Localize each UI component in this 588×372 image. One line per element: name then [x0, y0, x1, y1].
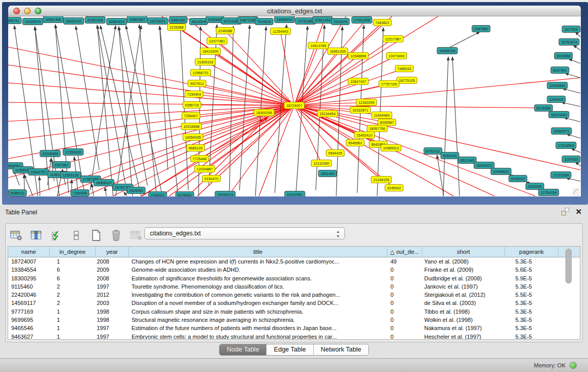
table-cell[interactable]: 5.3E-5 [505, 333, 558, 340]
graph-node[interactable]: 7154404 [185, 91, 203, 98]
graph-node[interactable]: 9055013 [8, 190, 26, 196]
table-cell[interactable]: 9463627 [8, 333, 50, 340]
table-cell[interactable]: 2 [50, 291, 96, 299]
graph-node[interactable]: 16996910 [274, 16, 295, 23]
graph-node[interactable]: 9329968 [554, 53, 572, 59]
graph-node[interactable]: 16210643 [549, 112, 569, 118]
table-cell[interactable]: 5.3E-5 [505, 316, 558, 324]
memory-status-indicator[interactable] [570, 362, 577, 369]
table-cell[interactable]: 0 [387, 316, 422, 324]
table-cell[interactable]: 18724007 [8, 257, 50, 266]
graph-node[interactable]: 17016504 [556, 142, 576, 149]
graph-node[interactable]: 2226088 [167, 24, 185, 31]
graph-node[interactable]: 9061100 [441, 152, 459, 159]
graph-node[interactable]: 9176431 [176, 192, 193, 197]
table-cell[interactable]: 5.3E-5 [505, 299, 558, 307]
graph-node[interactable]: 6466160 [169, 17, 187, 24]
table-cell[interactable]: Tibbo et al. (1998) [422, 308, 505, 316]
table-cell[interactable]: 1998 [96, 316, 129, 324]
table-cell[interactable]: 2003 [96, 299, 129, 307]
table-cell[interactable]: 6 [50, 266, 96, 274]
table-cell[interactable]: 18300295 [8, 274, 50, 282]
table-cell[interactable]: Changes of HCN gene expression and I(f) … [129, 257, 387, 266]
graph-node[interactable]: 21351906 [85, 17, 105, 24]
graph-node[interactable]: 9227341 [551, 67, 569, 74]
graph-node[interactable]: 16958107 [94, 180, 114, 186]
table-cell[interactable]: Estimation of the future numbers of pati… [129, 324, 387, 332]
table-cell[interactable]: 49 [387, 257, 422, 266]
tab-network-table[interactable]: Network Table [314, 344, 368, 355]
graph-node[interactable]: 16162871 [350, 107, 371, 114]
table-cell[interactable]: 5.3E-5 [505, 257, 558, 266]
table-settings-icon[interactable] [10, 229, 23, 242]
graph-node[interactable]: 9154470 [202, 176, 220, 182]
column-header-out_de[interactable]: △ out_de... [387, 247, 422, 257]
column-header-name[interactable]: name [8, 247, 50, 257]
table-cell[interactable]: Investigating the contribution of common… [129, 291, 387, 299]
table-cell[interactable]: 5.9E-5 [505, 274, 558, 282]
graph-node[interactable]: 6791912 [424, 148, 442, 155]
table-row[interactable]: 969969511998Structural magnetic resonanc… [8, 316, 580, 324]
graph-node[interactable]: 7154321 [148, 192, 166, 197]
tab-edge-table[interactable]: Edge Table [267, 344, 313, 355]
graph-node[interactable]: 7254407 [182, 113, 200, 119]
graph-node[interactable]: 7254408 [71, 190, 89, 196]
table-row[interactable]: 946362711997Embryonic stem cells: a mode… [8, 333, 580, 340]
graph-node[interactable]: 10965913 [381, 145, 401, 151]
table-cell[interactable]: 9115460 [8, 282, 50, 291]
table-row[interactable]: 977716911998Corpus callosum shape and si… [8, 308, 580, 316]
table-row[interactable]: 1872400712008Changes of HCN gene express… [8, 257, 580, 266]
table-cell[interactable]: Dudbridge et al. (2008) [422, 274, 505, 282]
graph-node[interactable]: 12160299 [356, 99, 377, 106]
graph-node[interactable]: 2525050 [127, 187, 145, 194]
table-cell[interactable]: Disruption of a novel member of a sodium… [129, 299, 387, 307]
column-header-in_degree[interactable]: in_degree [50, 247, 96, 257]
graph-node[interactable]: 16054035 [183, 134, 203, 141]
table-cell[interactable]: Stergiakouli et al. (2012) [422, 291, 505, 299]
table-cell[interactable]: 0 [387, 266, 422, 274]
select-rows-icon[interactable] [50, 229, 63, 242]
graph-node[interactable]: 9546562 [346, 140, 364, 146]
graph-node[interactable]: 17359926 [63, 149, 83, 156]
graph-node[interactable]: 1167533 [562, 156, 580, 163]
graph-node[interactable]: 11544969 [372, 112, 392, 119]
table-row[interactable]: 911546021997Tourette syndrome. Phenomeno… [8, 282, 580, 291]
table-cell[interactable]: Nakamura et al. (1997) [422, 324, 505, 332]
table-cell[interactable]: 9699695 [8, 316, 50, 324]
table-cell[interactable]: 1998 [96, 308, 129, 316]
graph-node[interactable]: 9055741 [8, 17, 21, 24]
graph-node[interactable]: 14035574 [23, 18, 43, 25]
graph-node[interactable]: 10234598 [181, 123, 202, 130]
create-table-icon[interactable] [90, 229, 103, 242]
close-panel-icon[interactable]: ✕ [575, 208, 582, 215]
column-header-title[interactable]: title [129, 247, 387, 257]
table-cell[interactable]: 5.3E-5 [505, 282, 558, 291]
graph-node[interactable]: 12093832 [547, 82, 568, 89]
graph-node[interactable]: 15134451 [285, 191, 305, 197]
table-cell[interactable]: 0 [387, 333, 422, 340]
table-cell[interactable]: 2012 [96, 291, 129, 299]
table-cell[interactable]: 0 [387, 291, 422, 299]
tab-node-table[interactable]: Node Table [220, 344, 267, 355]
table-cell[interactable]: de Silva et al. (2003) [422, 299, 505, 307]
table-cell[interactable]: 5.5E-5 [505, 291, 558, 299]
table-cell[interactable]: 6 [50, 274, 96, 282]
graph-node[interactable]: 12034887 [194, 166, 215, 172]
graph-node[interactable]: 7725446 [190, 156, 208, 162]
table-select-dropdown[interactable]: citations_edges.txt ▲▼ [144, 227, 345, 239]
graph-node[interactable]: 17103354 [551, 172, 571, 179]
graph-node[interactable]: 7463822 [373, 19, 391, 26]
graph-node[interactable]: 11548898 [348, 53, 368, 59]
table-cell[interactable]: 0 [387, 299, 422, 307]
graph-node[interactable]: 14648794 [437, 48, 458, 54]
graph-node[interactable]: 12217987 [383, 36, 403, 42]
table-cell[interactable]: 22420046 [8, 291, 50, 299]
graph-node[interactable]: 9397587 [52, 162, 70, 168]
table-cell[interactable]: Yano et al. (2008) [422, 257, 505, 266]
table-row[interactable]: 946554611997Estimation of the future num… [8, 324, 580, 332]
graph-node[interactable]: 21248155 [371, 177, 391, 183]
window-resize-grip[interactable] [573, 188, 580, 195]
table-cell[interactable]: 5.3E-5 [505, 324, 558, 332]
graph-node[interactable]: 10973493 [386, 53, 407, 59]
graph-node[interactable]: 9245012 [509, 176, 527, 182]
